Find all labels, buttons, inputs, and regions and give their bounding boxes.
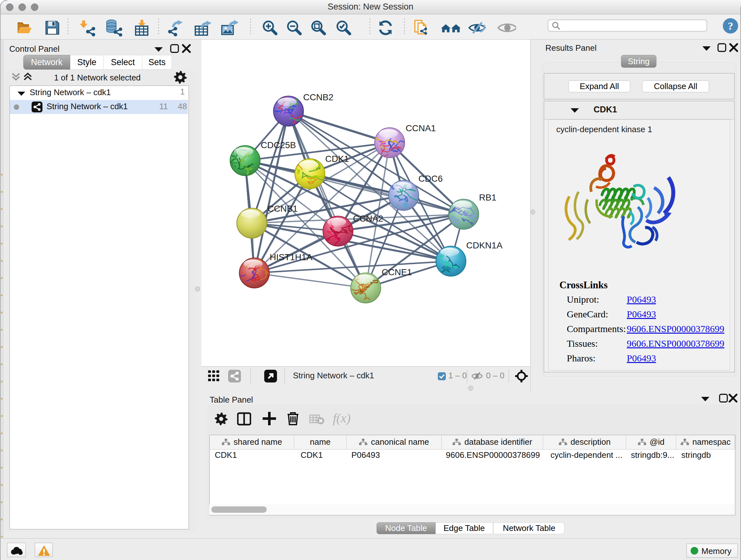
svg-text:CCNB2: CCNB2	[303, 92, 333, 102]
svg-text:?: ?	[728, 20, 733, 32]
svg-text:CDK1: CDK1	[325, 154, 349, 164]
svg-text:RB1: RB1	[479, 192, 496, 202]
svg-text:CDC6: CDC6	[418, 174, 443, 184]
svg-text:CDC25B: CDC25B	[261, 140, 296, 150]
svg-text:CCNB1: CCNB1	[267, 204, 298, 213]
svg-text:CCNA1: CCNA1	[406, 123, 436, 133]
svg-text:HIST1H1A: HIST1H1A	[270, 252, 313, 262]
svg-text:CCNE1: CCNE1	[382, 267, 412, 277]
svg-text:CCNA2: CCNA2	[353, 213, 383, 224]
svg-text:CDKN1A: CDKN1A	[466, 240, 502, 250]
